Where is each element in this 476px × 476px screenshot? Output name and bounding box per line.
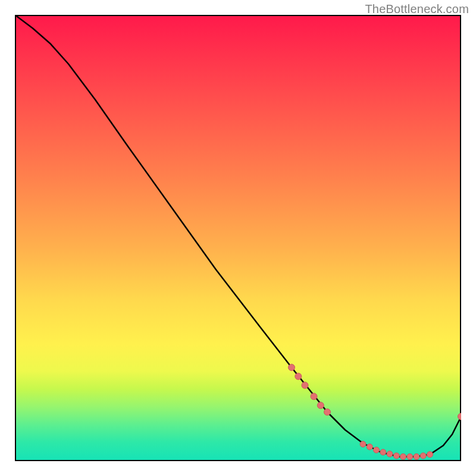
plot-area [15, 15, 461, 461]
chart-stage: TheBottleneck.com [0, 0, 476, 476]
attribution-text: TheBottleneck.com [365, 2, 469, 16]
